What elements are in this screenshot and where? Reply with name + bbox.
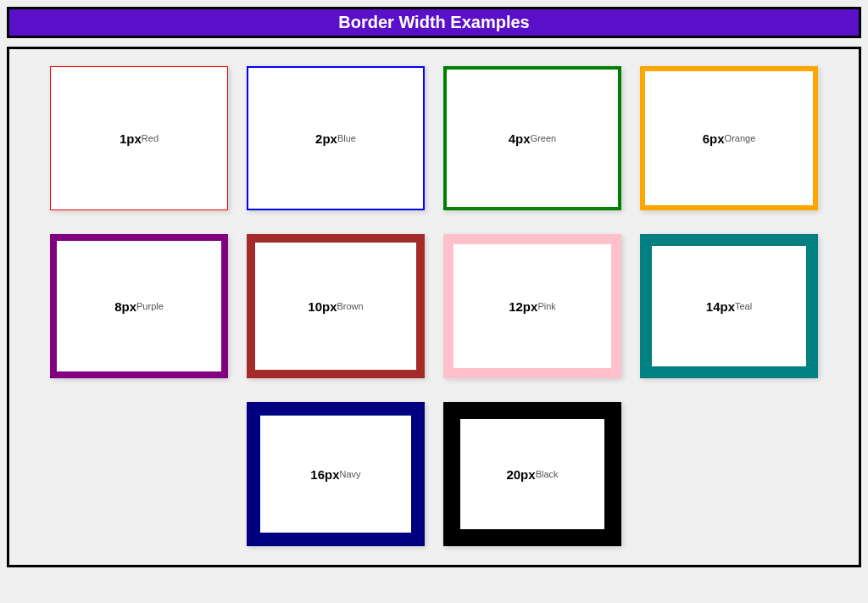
border-card: 1pxRed xyxy=(50,66,228,210)
border-card: 16pxNavy xyxy=(247,402,425,546)
card-width-label: 10px xyxy=(308,299,337,314)
card-width-label: 14px xyxy=(706,299,735,314)
border-card: 2pxBlue xyxy=(247,66,425,210)
card-color-label: Teal xyxy=(735,301,752,311)
card-width-label: 1px xyxy=(120,131,142,146)
card-color-label: Purple xyxy=(136,301,164,311)
card-width-label: 16px xyxy=(310,467,339,482)
card-width-label: 12px xyxy=(509,299,537,314)
card-width-label: 4px xyxy=(509,131,531,146)
border-card: 12pxPink xyxy=(443,234,621,378)
card-color-label: Orange xyxy=(725,133,756,143)
card-width-label: 2px xyxy=(315,131,337,146)
card-color-label: Red xyxy=(142,133,159,143)
border-card: 4pxGreen xyxy=(443,66,621,210)
examples-container: 1pxRed 2pxBlue 4pxGreen 6pxOrange 8pxPur… xyxy=(7,47,861,567)
card-width-label: 8px xyxy=(114,299,136,314)
card-color-label: Green xyxy=(531,133,557,143)
card-width-label: 20px xyxy=(506,467,535,482)
card-color-label: Brown xyxy=(337,301,364,311)
border-card: 14pxTeal xyxy=(640,234,818,378)
card-color-label: Pink xyxy=(537,301,555,311)
card-color-label: Blue xyxy=(337,133,356,143)
border-card: 20pxBlack xyxy=(443,402,621,546)
cards-grid: 1pxRed 2pxBlue 4pxGreen 6pxOrange 8pxPur… xyxy=(25,66,843,546)
card-width-label: 6px xyxy=(703,131,725,146)
page-title: Border Width Examples xyxy=(7,7,861,38)
border-card: 8pxPurple xyxy=(50,234,228,378)
card-color-label: Navy xyxy=(340,469,361,479)
border-card: 6pxOrange xyxy=(640,66,818,210)
border-card: 10pxBrown xyxy=(247,234,425,378)
card-color-label: Black xyxy=(536,469,559,479)
